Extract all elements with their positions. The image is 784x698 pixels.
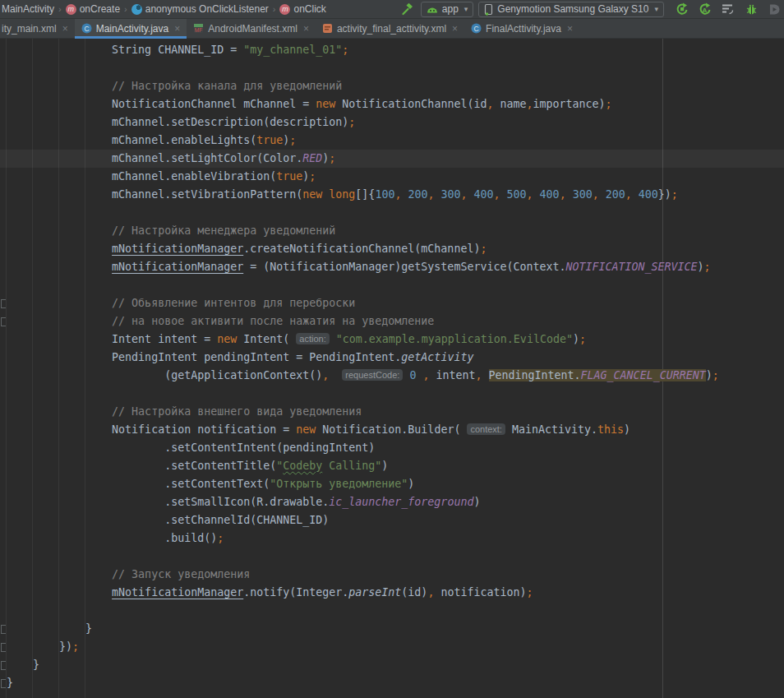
- code-line: [0, 385, 784, 403]
- code-line: });: [0, 638, 784, 656]
- code-line: .setSmallIcon(R.drawable.ic_launcher_for…: [0, 493, 784, 511]
- profiler-icon: [722, 3, 735, 15]
- code-line: mChannel.enableVibration(true);: [0, 168, 784, 186]
- method-icon: m: [279, 4, 290, 15]
- code-line: [0, 548, 784, 566]
- device-label: Genymotion Samsung Galaxy S10: [497, 3, 648, 15]
- debug-button[interactable]: [743, 1, 759, 17]
- navigation-bar: MainActivity›monCreate›anonymous OnClick…: [0, 0, 784, 19]
- code-line: // Запуск уведомления: [0, 566, 784, 584]
- tab-ity_main.xml[interactable]: ity_main.xml×: [0, 19, 75, 38]
- tab-FinalActtivity.java[interactable]: CFinalActtivity.java×: [464, 19, 579, 38]
- parameter-hint: action:: [296, 333, 329, 344]
- tab-label: AndroidManifest.xml: [208, 23, 297, 35]
- close-icon[interactable]: ×: [452, 24, 458, 34]
- close-icon[interactable]: ×: [567, 24, 573, 34]
- manifest-icon: MF: [193, 23, 204, 34]
- anonymous-class-icon: [131, 4, 142, 15]
- java-class-icon: C: [81, 23, 92, 34]
- run-config-selector[interactable]: app ▾: [421, 2, 474, 17]
- fold-marker-icon[interactable]: [1, 625, 6, 634]
- svg-text:C: C: [474, 25, 479, 33]
- layout-xml-icon: [322, 23, 333, 34]
- breadcrumb-item-mainactivity[interactable]: MainActivity: [0, 3, 56, 15]
- code-line: .build();: [0, 529, 784, 548]
- tab-MainActivity.java[interactable]: CMainActivity.java×: [75, 19, 187, 38]
- breadcrumb-label: MainActivity: [2, 3, 54, 15]
- code-editor[interactable]: String CHANNEL_ID = "my_channel_01"; // …: [0, 39, 784, 698]
- code-line: Notification notification = new Notifica…: [0, 421, 784, 439]
- build-hammer-icon[interactable]: [399, 1, 416, 17]
- profile-button[interactable]: [766, 1, 782, 17]
- breadcrumb-item-oncreate[interactable]: monCreate: [64, 3, 122, 15]
- tab-label: FinalActtivity.java: [486, 23, 561, 35]
- apply-code-changes-icon: A: [699, 2, 712, 16]
- code-line: [0, 276, 784, 294]
- code-line: Intent intent = new Intent( action: "com…: [0, 331, 784, 349]
- toolbar-actions: app ▾ Genymotion Samsung Galaxy S10 ▾ A: [399, 1, 784, 17]
- device-phone-icon: [484, 3, 493, 16]
- close-icon[interactable]: ×: [303, 24, 309, 34]
- breadcrumb: MainActivity›monCreate›anonymous OnClick…: [0, 3, 328, 15]
- code-line: // Настройка внешнего вида уведомления: [0, 403, 784, 421]
- fold-marker-icon[interactable]: [1, 299, 6, 308]
- run-config-label: app: [442, 3, 459, 15]
- breadcrumb-separator-icon: ›: [124, 4, 127, 14]
- caret-down-icon: ▾: [464, 5, 468, 13]
- breadcrumb-label: onClick: [293, 3, 325, 15]
- tab-label: ity_main.xml: [2, 23, 57, 35]
- breadcrumb-label: anonymous OnClickListener: [145, 3, 269, 15]
- code-line: mNotificationManager = (NotificationMana…: [0, 258, 784, 276]
- method-icon: m: [66, 4, 76, 15]
- code-line: // Обьявление интентов для переброски: [0, 294, 784, 312]
- fold-marker-icon[interactable]: [1, 317, 6, 326]
- run-debug-actions: A: [674, 1, 782, 17]
- code-line: [0, 204, 784, 222]
- code-line: mChannel.enableLights(true);: [0, 132, 784, 150]
- breadcrumb-item-anonymous-onclicklistener[interactable]: anonymous OnClickListener: [130, 3, 270, 15]
- fold-marker-icon[interactable]: [1, 679, 6, 688]
- code-line: }: [0, 674, 784, 692]
- svg-text:C: C: [84, 25, 89, 33]
- breadcrumb-separator-icon: ›: [58, 4, 62, 14]
- debug-icon: [745, 3, 758, 16]
- breadcrumb-separator-icon: ›: [273, 4, 276, 14]
- code-line: String CHANNEL_ID = "my_channel_01";: [0, 41, 784, 59]
- parameter-hint: requestCode:: [342, 369, 403, 381]
- profiler-button[interactable]: [720, 1, 736, 17]
- tab-AndroidManifest.xml[interactable]: MFAndroidManifest.xml×: [187, 19, 316, 38]
- code-line: // на новое активити после нажатия на ув…: [0, 312, 784, 331]
- java-class-icon: C: [471, 23, 482, 34]
- caret-down-icon: ▾: [654, 5, 658, 13]
- code-line: // Настройка канала для уведомлений: [0, 77, 784, 95]
- code-line: NotificationChannel mChannel = new Notif…: [0, 95, 784, 113]
- close-icon[interactable]: ×: [62, 24, 68, 34]
- svg-text:A: A: [703, 7, 708, 14]
- android-icon: [427, 6, 438, 13]
- code-line: [0, 602, 784, 620]
- apply-changes-restart-button[interactable]: [674, 1, 690, 17]
- code-line: [0, 59, 784, 77]
- code-line: PendingIntent pendingIntent = PendingInt…: [0, 349, 784, 367]
- build-hammer-icon: [401, 2, 414, 16]
- android-studio-window: MainActivity›monCreate›anonymous OnClick…: [0, 0, 784, 698]
- fold-marker-icon[interactable]: [1, 661, 6, 670]
- device-selector[interactable]: Genymotion Samsung Galaxy S10 ▾: [478, 2, 664, 17]
- fold-marker-icon[interactable]: [1, 643, 6, 652]
- code-line: mNotificationManager.createNotificationC…: [0, 240, 784, 258]
- code-text: String CHANNEL_ID = "my_channel_01"; // …: [0, 41, 784, 692]
- profile-icon: [768, 3, 780, 16]
- apply-code-changes-button[interactable]: A: [697, 1, 713, 17]
- code-line: mChannel.setDescription(description);: [0, 113, 784, 132]
- tab-activity_final_acttivity.xml[interactable]: activity_final_acttivity.xml×: [316, 19, 464, 38]
- android-icon: [427, 6, 438, 13]
- device-phone-icon: [484, 3, 493, 16]
- breadcrumb-item-onclick[interactable]: monClick: [278, 3, 327, 15]
- close-icon[interactable]: ×: [174, 24, 180, 34]
- breadcrumb-label: onCreate: [80, 3, 120, 15]
- parameter-hint: context:: [467, 423, 505, 435]
- code-line-current: mChannel.setLightColor(Color.RED);: [0, 150, 784, 168]
- code-line: mChannel.setVibrationPattern(new long[]{…: [0, 186, 784, 204]
- code-line: .setContentText("Открыть уведомление"): [0, 475, 784, 493]
- code-line: .setContentIntent(pendingIntent): [0, 439, 784, 457]
